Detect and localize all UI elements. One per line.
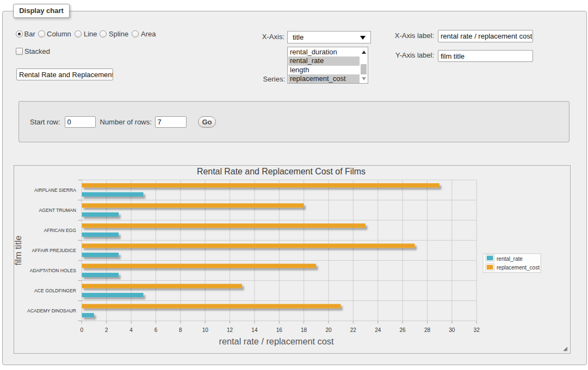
svg-text:14: 14 xyxy=(251,327,258,333)
svg-text:12: 12 xyxy=(227,327,233,333)
svg-text:film title: film title xyxy=(14,235,23,265)
svg-text:rental rate / replacement cost: rental rate / replacement cost xyxy=(219,336,334,346)
svg-text:replacement_cost: replacement_cost xyxy=(497,265,540,271)
svg-text:24: 24 xyxy=(375,327,381,333)
svg-text:AFRICAN EGG: AFRICAN EGG xyxy=(44,228,77,233)
svg-text:6: 6 xyxy=(154,327,158,333)
svg-text:28: 28 xyxy=(424,327,431,333)
svg-text:Rental Rate and Replacement Co: Rental Rate and Replacement Cost of Film… xyxy=(197,167,366,176)
svg-text:AGENT TRUMAN: AGENT TRUMAN xyxy=(39,208,76,213)
svg-text:22: 22 xyxy=(350,327,357,333)
svg-text:rental_rate: rental_rate xyxy=(497,256,523,262)
svg-text:26: 26 xyxy=(400,327,406,333)
svg-text:20: 20 xyxy=(325,327,332,333)
svg-text:ADAPTATION HOLES: ADAPTATION HOLES xyxy=(30,268,76,273)
svg-text:4: 4 xyxy=(129,327,133,333)
svg-text:AFFAIR PREJUDICE: AFFAIR PREJUDICE xyxy=(32,248,76,253)
svg-text:0: 0 xyxy=(81,327,84,333)
svg-text:30: 30 xyxy=(449,327,455,333)
svg-text:ACE GOLDFINGER: ACE GOLDFINGER xyxy=(34,288,76,293)
svg-text:16: 16 xyxy=(276,327,283,333)
svg-text:2: 2 xyxy=(105,327,108,333)
svg-text:8: 8 xyxy=(179,327,182,333)
svg-text:32: 32 xyxy=(474,327,480,333)
svg-text:ACADEMY DINOSAUR: ACADEMY DINOSAUR xyxy=(27,308,76,313)
svg-text:18: 18 xyxy=(301,327,307,333)
svg-text:AIRPLANE SIERRA: AIRPLANE SIERRA xyxy=(34,187,76,193)
svg-text:10: 10 xyxy=(202,327,209,333)
